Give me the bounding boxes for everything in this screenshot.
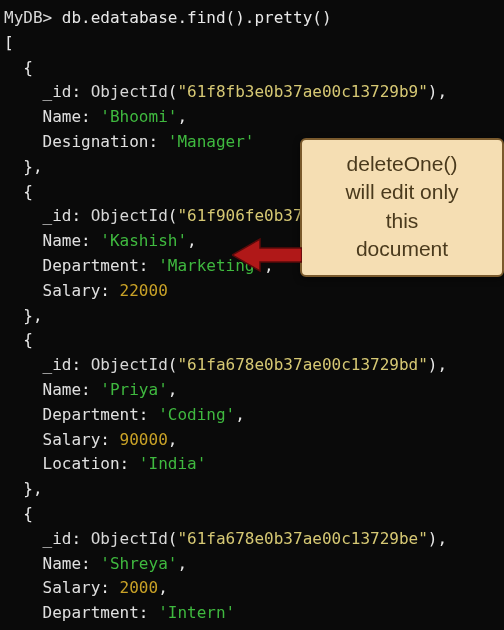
shell-prompt: MyDB> [4, 8, 52, 27]
shell-command: db.edatabase.find().pretty() [62, 8, 332, 27]
annotation-callout: deleteOne() will edit only this document [300, 138, 504, 277]
callout-line: will edit only [312, 178, 492, 206]
svg-marker-0 [232, 239, 302, 271]
arrow-icon [232, 235, 302, 275]
callout-line: this [312, 207, 492, 235]
callout-line: document [312, 235, 492, 263]
callout-line: deleteOne() [312, 150, 492, 178]
terminal-output: MyDB> db.edatabase.find().pretty() [ { _… [0, 0, 504, 630]
